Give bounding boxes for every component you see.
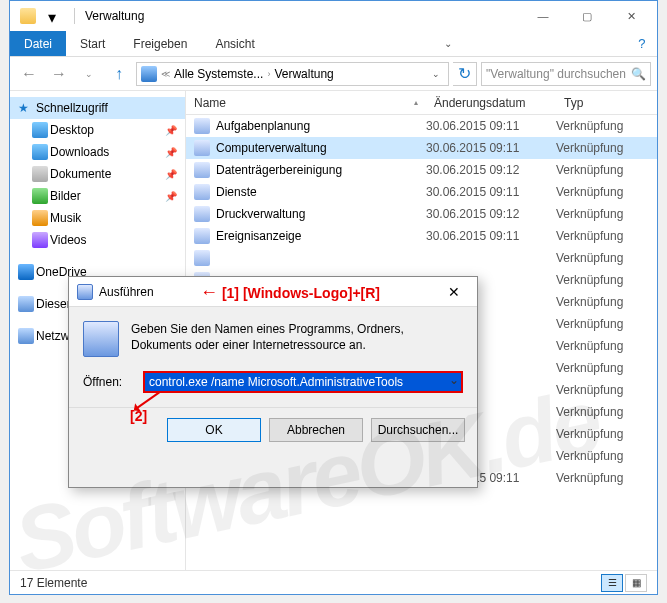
file-type: Verknüpfung <box>556 405 657 419</box>
file-name: Aufgabenplanung <box>216 119 310 133</box>
sidebar-item-label: Musik <box>50 211 81 225</box>
qat-props-icon[interactable]: ▾ <box>48 8 64 24</box>
tab-view[interactable]: Ansicht <box>201 31 268 56</box>
run-dialog-title: Ausführen <box>99 285 154 299</box>
file-name: Computerverwaltung <box>216 141 327 155</box>
column-name[interactable]: Name ▴ <box>186 96 426 110</box>
sidebar-label: Schnellzugriff <box>36 101 108 115</box>
pin-icon: 📌 <box>165 191 177 202</box>
file-row[interactable]: Ereignisanzeige30.06.2015 09:11Verknüpfu… <box>186 225 657 247</box>
file-row[interactable]: Computerverwaltung30.06.2015 09:11Verknü… <box>186 137 657 159</box>
ribbon-tabs: Datei Start Freigeben Ansicht ⌄ ? <box>10 31 657 57</box>
sidebar-item[interactable]: Videos <box>10 229 185 251</box>
nav-forward-button[interactable]: → <box>46 62 72 86</box>
file-name: Ereignisanzeige <box>216 229 301 243</box>
sidebar-item[interactable]: Desktop📌 <box>10 119 185 141</box>
file-row[interactable]: Aufgabenplanung30.06.2015 09:11Verknüpfu… <box>186 115 657 137</box>
shortcut-icon <box>194 250 210 266</box>
search-icon: 🔍 <box>631 67 646 81</box>
breadcrumb[interactable]: ≪ Alle Systemste... › Verwaltung ⌄ <box>136 62 449 86</box>
breadcrumb-dropdown-icon[interactable]: ⌄ <box>428 69 444 79</box>
run-ok-button[interactable]: OK <box>167 418 261 442</box>
file-type: Verknüpfung <box>556 273 657 287</box>
pin-icon: 📌 <box>165 125 177 136</box>
sidebar-item[interactable]: Downloads📌 <box>10 141 185 163</box>
folder-icon <box>32 232 48 248</box>
file-type: Verknüpfung <box>556 317 657 331</box>
status-text: 17 Elemente <box>20 576 87 590</box>
file-date: 30.06.2015 09:11 <box>426 229 556 243</box>
file-date: 30.06.2015 09:11 <box>426 185 556 199</box>
search-input[interactable]: "Verwaltung" durchsuchen 🔍 <box>481 62 651 86</box>
help-icon[interactable]: ? <box>627 31 657 56</box>
cloud-icon <box>18 264 34 280</box>
file-type: Verknüpfung <box>556 471 657 485</box>
details-view-icon[interactable]: ☰ <box>601 574 623 592</box>
star-icon: ★ <box>18 101 29 115</box>
sort-asc-icon: ▴ <box>414 98 418 107</box>
tab-file[interactable]: Datei <box>10 31 66 56</box>
run-browse-button[interactable]: Durchsuchen... <box>371 418 465 442</box>
column-headers: Name ▴ Änderungsdatum Typ <box>186 91 657 115</box>
window-buttons: — ▢ ✕ <box>521 2 653 30</box>
folder-icon <box>32 210 48 226</box>
run-close-button[interactable]: ✕ <box>439 284 469 300</box>
run-combobox[interactable] <box>143 371 463 393</box>
file-type: Verknüpfung <box>556 251 657 265</box>
run-large-icon <box>83 321 119 357</box>
file-row[interactable]: Verknüpfung <box>186 247 657 269</box>
file-row[interactable]: Druckverwaltung30.06.2015 09:12Verknüpfu… <box>186 203 657 225</box>
file-type: Verknüpfung <box>556 427 657 441</box>
maximize-button[interactable]: ▢ <box>565 2 609 30</box>
file-date: 30.06.2015 09:12 <box>426 207 556 221</box>
sidebar-item-label: Downloads <box>50 145 109 159</box>
folder-icon <box>20 8 36 24</box>
tab-share[interactable]: Freigeben <box>119 31 201 56</box>
file-date: 30.06.2015 09:12 <box>426 163 556 177</box>
search-placeholder: "Verwaltung" durchsuchen <box>486 67 631 81</box>
navbar: ← → ⌄ ↑ ≪ Alle Systemste... › Verwaltung… <box>10 57 657 91</box>
minimize-button[interactable]: — <box>521 2 565 30</box>
shortcut-icon <box>194 228 210 244</box>
network-icon <box>18 328 34 344</box>
file-type: Verknüpfung <box>556 339 657 353</box>
file-row[interactable]: Datenträgerbereinigung30.06.2015 09:12Ve… <box>186 159 657 181</box>
file-date: 30.06.2015 09:11 <box>426 141 556 155</box>
file-type: Verknüpfung <box>556 163 657 177</box>
view-mode-icons: ☰ ▦ <box>601 574 647 592</box>
file-name: Datenträgerbereinigung <box>216 163 342 177</box>
sidebar-item[interactable]: Dokumente📌 <box>10 163 185 185</box>
run-cancel-button[interactable]: Abbrechen <box>269 418 363 442</box>
shortcut-icon <box>194 206 210 222</box>
ribbon-expand-icon[interactable]: ⌄ <box>433 31 463 56</box>
large-icons-view-icon[interactable]: ▦ <box>625 574 647 592</box>
sidebar-item[interactable]: Bilder📌 <box>10 185 185 207</box>
breadcrumb-current[interactable]: Verwaltung <box>274 67 333 81</box>
file-type: Verknüpfung <box>556 383 657 397</box>
file-type: Verknüpfung <box>556 185 657 199</box>
tab-start[interactable]: Start <box>66 31 119 56</box>
sidebar-item-label: Desktop <box>50 123 94 137</box>
file-date: 30.06.2015 09:11 <box>426 119 556 133</box>
sidebar-quick-access[interactable]: ★ Schnellzugriff <box>10 97 185 119</box>
nav-back-button[interactable]: ← <box>16 62 42 86</box>
column-date[interactable]: Änderungsdatum <box>426 96 556 110</box>
separator <box>74 8 75 24</box>
file-type: Verknüpfung <box>556 207 657 221</box>
nav-history-dropdown[interactable]: ⌄ <box>76 62 102 86</box>
refresh-button[interactable]: ↻ <box>453 62 477 86</box>
column-type[interactable]: Typ <box>556 96 657 110</box>
shortcut-icon <box>194 118 210 134</box>
folder-icon <box>32 144 48 160</box>
chevron-right-icon: › <box>265 69 272 79</box>
run-input[interactable] <box>143 371 463 393</box>
folder-icon <box>32 122 48 138</box>
nav-up-button[interactable]: ↑ <box>106 62 132 86</box>
file-row[interactable]: Dienste30.06.2015 09:11Verknüpfung <box>186 181 657 203</box>
sidebar-item[interactable]: Musik <box>10 207 185 229</box>
statusbar: 17 Elemente ☰ ▦ <box>10 570 657 594</box>
breadcrumb-root[interactable]: Alle Systemste... <box>174 67 263 81</box>
close-button[interactable]: ✕ <box>609 2 653 30</box>
chevron-right-icon: ≪ <box>159 69 172 79</box>
shortcut-icon <box>194 162 210 178</box>
